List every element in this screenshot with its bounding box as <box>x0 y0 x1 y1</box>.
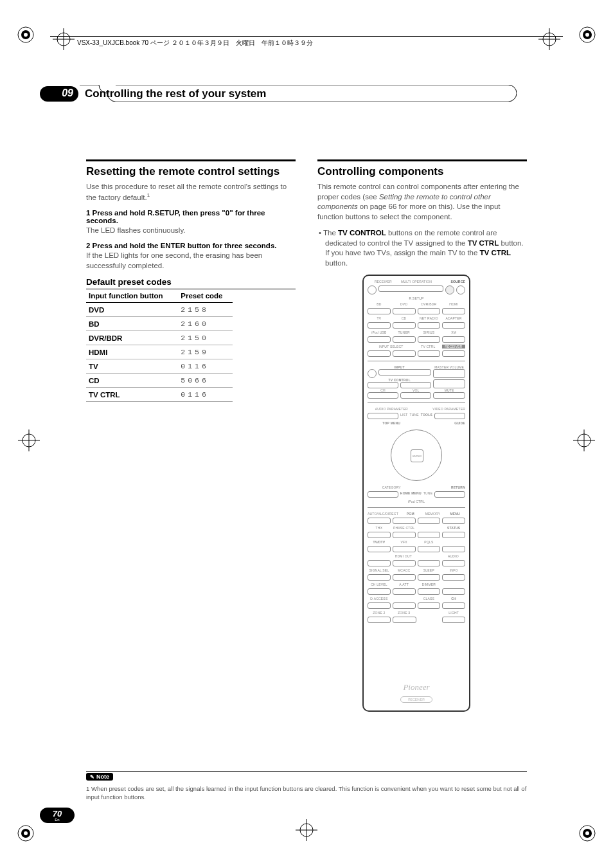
volume-down-icon <box>433 379 465 388</box>
remote-label: TV <box>368 316 391 320</box>
remote-button <box>442 518 465 524</box>
table-header-input: Input function button <box>86 289 178 303</box>
light-icon <box>442 617 465 623</box>
remote-label: RECEIVER <box>442 345 466 348</box>
remote-label: TV/DTV <box>368 540 391 544</box>
remote-label: PHASE CTRL <box>393 526 416 530</box>
remote-label: MULTI OPERATION <box>401 280 432 284</box>
indicator-icon <box>445 285 454 294</box>
remote-button <box>418 350 441 357</box>
remote-button <box>393 322 416 329</box>
remote-button <box>442 560 465 566</box>
remote-label: DVR/BDR <box>418 302 441 306</box>
bullet-tv-control: • The TV CONTROL buttons on the remote c… <box>325 228 527 268</box>
remote-label: VFX <box>393 540 416 544</box>
num-5-button <box>393 574 416 581</box>
play-icon <box>418 532 441 538</box>
clear-button <box>368 602 391 609</box>
remote-button <box>418 322 441 329</box>
remote-label: ZONE 3 <box>393 611 416 615</box>
remote-label: HDMI OUT <box>368 554 440 558</box>
crosshair-icon <box>53 28 75 50</box>
right-column: Controlling components This remote contr… <box>317 159 527 712</box>
remote-button <box>393 308 416 314</box>
crosshair-icon <box>573 429 595 451</box>
svg-point-11 <box>585 831 589 835</box>
remote-label: ADAPTER <box>442 316 465 320</box>
next-track-icon <box>442 546 465 552</box>
mute-icon <box>433 392 465 399</box>
rewind-icon <box>368 532 391 538</box>
prev-track-icon <box>368 546 391 552</box>
remote-label: AUDIO <box>441 554 465 558</box>
remote-button <box>442 336 465 343</box>
note-tag: Note <box>86 773 113 781</box>
page-lang: En <box>55 818 59 822</box>
remote-button <box>442 350 465 357</box>
subsection-heading-preset: Default preset codes <box>86 277 296 289</box>
remote-label: iPod CTRL <box>368 500 465 503</box>
remote-label: D.ACCESS <box>368 597 391 601</box>
remote-label: TOP MENU <box>368 421 416 425</box>
return-icon <box>434 491 465 498</box>
power-icon <box>368 369 377 378</box>
remote-label: CD <box>393 316 416 320</box>
num-0-button <box>393 602 416 609</box>
remote-button <box>442 322 465 329</box>
remote-label: TUNE <box>423 491 432 498</box>
crosshair-icon <box>538 28 560 50</box>
page-number-tab: 70 En <box>40 808 75 823</box>
receiver-label: RECEIVER <box>400 696 432 703</box>
remote-label: HOME MENU <box>400 491 422 498</box>
table-row: TV CTRL0116 <box>86 388 233 402</box>
num-9-button <box>418 588 441 595</box>
enter-button: ENTER <box>411 449 423 462</box>
num-7-button <box>368 588 391 595</box>
preset-code-table: Input function button Preset code DVD215… <box>86 289 233 402</box>
remote-button <box>368 308 391 314</box>
chapter-title-wrap: Controlling the rest of your system <box>85 87 510 100</box>
section-rule <box>317 159 527 161</box>
remote-button <box>393 350 416 357</box>
remote-label: TV CTRL <box>416 345 440 348</box>
power-icon <box>368 285 377 294</box>
volume-up-icon <box>433 369 465 378</box>
remote-label: STATUS <box>442 526 465 530</box>
remote-label: RETURN <box>418 485 466 489</box>
remote-label: THX <box>368 526 391 530</box>
remote-button <box>368 350 391 357</box>
remote-label: CLASS <box>418 597 441 601</box>
section-rule <box>86 159 296 161</box>
registration-mark-bl <box>15 823 36 844</box>
header-meta: VSX-33_UXJCB.book 70 ページ ２０１０年３月９日 火曜日 午… <box>77 39 536 48</box>
remote-button <box>393 336 416 343</box>
remote-button <box>368 322 391 329</box>
table-row: CD5066 <box>86 374 233 388</box>
table-row: DVR/BDR2150 <box>86 331 233 345</box>
navigation-pad: ENTER <box>391 429 442 481</box>
remote-label: BD <box>368 302 391 306</box>
stop-icon <box>418 546 441 552</box>
remote-button <box>418 308 441 314</box>
table-row: TV0116 <box>86 359 233 374</box>
tool-icon <box>434 413 465 419</box>
table-row: HDMI2159 <box>86 345 233 359</box>
remote-label: MASTER VOLUME <box>433 365 465 369</box>
header-rule <box>50 36 563 37</box>
remote-label: MCACC <box>393 568 416 572</box>
registration-mark-tl <box>15 24 36 45</box>
page-number: 70 <box>53 809 62 818</box>
remote-button <box>368 617 391 623</box>
table-header-code: Preset code <box>178 289 233 303</box>
home-icon <box>368 491 398 498</box>
num-2-button <box>393 560 416 566</box>
enter-button <box>418 602 441 609</box>
left-column: Resetting the remote control settings Us… <box>86 159 296 712</box>
remote-label: AUDIO PARAMETER <box>368 407 416 411</box>
remote-label: LIGHT <box>442 611 465 615</box>
plus-icon <box>368 382 398 388</box>
remote-label: NET RADIO <box>418 316 441 320</box>
remote-label: VIDEO PARAMETER <box>418 407 466 411</box>
remote-label: TUNE <box>409 413 418 419</box>
remote-button <box>418 336 441 343</box>
